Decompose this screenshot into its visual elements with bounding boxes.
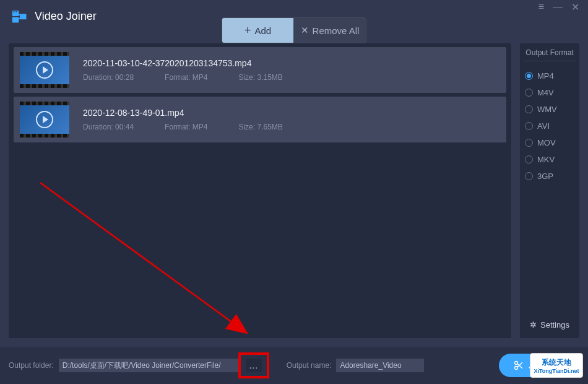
plus-icon: + xyxy=(244,24,251,37)
video-format: Format: MP4 xyxy=(165,123,207,131)
format-option-mp4[interactable]: MP4 xyxy=(525,71,574,81)
format-option-mkv[interactable]: MKV xyxy=(525,155,574,164)
minimize-icon[interactable]: — xyxy=(553,1,563,12)
video-duration: Duration: 00:28 xyxy=(83,73,134,82)
svg-point-7 xyxy=(16,11,17,12)
annotation-highlight: ... xyxy=(238,352,269,378)
settings-button[interactable]: ✲ Settings xyxy=(524,320,576,329)
gear-icon: ✲ xyxy=(530,320,537,329)
svg-point-11 xyxy=(515,367,518,370)
play-icon xyxy=(36,61,53,79)
sidebar-title: Output Format xyxy=(524,48,576,61)
watermark-badge: 系统天地 XiTongTianDi.net xyxy=(530,353,583,378)
output-name-input[interactable] xyxy=(336,359,424,372)
settings-label: Settings xyxy=(540,320,569,329)
video-list: 2020-11-03-10-42-3720201203134753.mp4 Du… xyxy=(9,43,511,338)
radio-icon xyxy=(525,172,533,180)
video-thumbnail[interactable] xyxy=(20,52,69,88)
menu-icon[interactable]: ≡ xyxy=(538,1,544,12)
x-icon: ✕ xyxy=(301,25,309,36)
format-option-wmv[interactable]: WMV xyxy=(525,105,574,114)
video-size: Size: 7.65MB xyxy=(238,123,282,131)
svg-point-10 xyxy=(515,362,518,365)
radio-icon xyxy=(525,89,533,97)
remove-label: Remove All xyxy=(313,25,360,36)
format-option-avi[interactable]: AVI xyxy=(525,121,574,131)
video-thumbnail[interactable] xyxy=(20,102,69,137)
output-folder-label: Output folder: xyxy=(9,361,54,370)
radio-icon xyxy=(525,72,533,80)
remove-all-button[interactable]: ✕ Remove All xyxy=(293,17,366,43)
app-logo-icon xyxy=(11,7,28,25)
radio-icon xyxy=(525,139,533,147)
video-item[interactable]: 2020-11-03-10-42-3720201203134753.mp4 Du… xyxy=(14,47,506,93)
format-option-m4v[interactable]: M4V xyxy=(525,88,574,97)
add-label: Add xyxy=(254,25,271,36)
play-icon xyxy=(36,111,53,128)
video-filename: 2020-12-08-13-49-01.mp4 xyxy=(83,108,283,118)
video-format: Format: MP4 xyxy=(165,73,207,82)
radio-icon xyxy=(525,122,533,130)
video-duration: Duration: 00:44 xyxy=(83,123,134,131)
svg-point-5 xyxy=(13,11,14,12)
output-format-sidebar: Output Format MP4 M4V WMV AVI MOV MKV 3G… xyxy=(520,43,579,338)
svg-point-6 xyxy=(14,11,15,12)
radio-icon xyxy=(525,155,533,164)
add-button[interactable]: + Add xyxy=(222,17,293,43)
radio-icon xyxy=(525,105,533,113)
video-size: Size: 3.15MB xyxy=(238,73,282,82)
format-option-mov[interactable]: MOV xyxy=(525,138,574,147)
video-filename: 2020-11-03-10-42-3720201203134753.mp4 xyxy=(83,58,283,68)
svg-rect-2 xyxy=(20,14,27,20)
video-item[interactable]: 2020-12-08-13-49-01.mp4 Duration: 00:44 … xyxy=(14,97,506,142)
app-title: Video Joiner xyxy=(35,10,97,23)
format-option-3gp[interactable]: 3GP xyxy=(525,172,574,181)
output-name-label: Output name: xyxy=(287,361,332,370)
output-folder-input[interactable] xyxy=(59,359,240,372)
scissors-icon xyxy=(514,360,524,370)
browse-button[interactable]: ... xyxy=(246,359,262,372)
close-icon[interactable]: ✕ xyxy=(571,1,579,13)
